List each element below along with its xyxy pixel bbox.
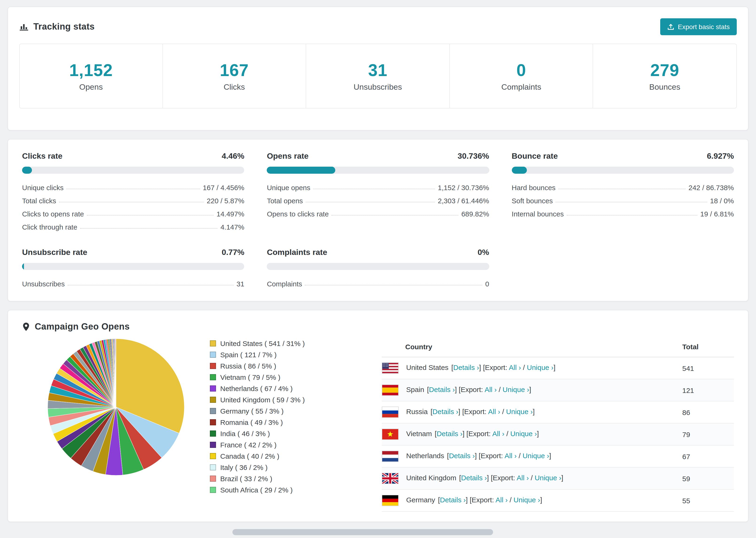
stat-line: Total opens2,303 / 61.446% — [267, 192, 489, 206]
bracket-text: [ — [435, 430, 437, 438]
legend-swatch — [210, 464, 216, 470]
horizontal-scrollbar-thumb[interactable] — [233, 529, 493, 535]
export-all-link[interactable]: All › — [505, 452, 517, 459]
export-unique-link[interactable]: Unique › — [503, 385, 529, 394]
legend-swatch — [210, 487, 216, 493]
geo-table-row: United States[Details ›] [Export: All › … — [382, 357, 734, 379]
opens-label: Opens — [80, 82, 103, 92]
clicks-rate-title: Clicks rate — [22, 152, 63, 161]
legend-item: Italy ( 36 / 2% ) — [210, 463, 365, 471]
bracket-text: / — [529, 474, 535, 482]
legend-label: South Africa ( 29 / 2% ) — [220, 486, 293, 494]
legend-item: Spain ( 121 / 7% ) — [210, 351, 365, 359]
complaints-rate-value: 0% — [477, 248, 489, 257]
bracket-text: [ — [438, 496, 440, 504]
export-unique-link[interactable]: Unique › — [535, 474, 561, 482]
export-all-link[interactable]: All › — [509, 363, 521, 371]
opens-rate-progress — [267, 167, 489, 174]
bracket-text: ] [Export: — [462, 430, 492, 438]
export-all-link[interactable]: All › — [496, 496, 508, 504]
export-all-link[interactable]: All › — [492, 430, 505, 438]
flag-gb-icon — [382, 473, 399, 484]
export-button-label: Export basic stats — [678, 23, 730, 30]
opens-rate-title: Opens rate — [267, 152, 309, 161]
details-link[interactable]: Details › — [449, 452, 475, 459]
stat-line: Soft bounces18 / 0% — [512, 192, 734, 206]
opens-count: 1,152 — [69, 60, 113, 80]
bar-chart-icon — [19, 22, 28, 31]
total-value: 55 — [682, 489, 734, 511]
details-link[interactable]: Details › — [429, 385, 455, 394]
export-unique-link[interactable]: Unique › — [513, 496, 540, 504]
bracket-text: ] [Export: — [455, 385, 485, 394]
stat-line: Unsubscribes31 — [22, 276, 244, 289]
opens-rate-panel: Opens rate 30.736% Unique opens1,152 / 3… — [267, 152, 489, 232]
tracking-stats-title: Tracking stats — [33, 22, 95, 32]
bracket-text: ] [Export: — [466, 496, 496, 504]
bracket-text: ] — [549, 452, 551, 459]
bracket-text: [ — [447, 452, 449, 459]
stat-line: Internal bounces19 / 6.81% — [512, 206, 734, 219]
details-link[interactable]: Details › — [453, 363, 479, 371]
flag-vn-icon — [382, 429, 399, 440]
geo-table-wrap: Country Total United States[Details ›] [… — [382, 337, 734, 512]
bracket-text: / — [521, 363, 527, 371]
export-unique-link[interactable]: Unique › — [527, 363, 553, 371]
geo-table-row: Russia[Details ›] [Export: All › / Uniqu… — [382, 401, 734, 423]
total-value: 79 — [682, 423, 734, 445]
bracket-text: / — [500, 407, 506, 415]
total-value: 541 — [682, 357, 734, 379]
flag-ru-icon — [382, 406, 399, 418]
export-all-link[interactable]: All › — [485, 385, 497, 394]
bracket-text: / — [504, 430, 510, 438]
total-value: 86 — [682, 401, 734, 423]
bracket-text: ] — [537, 430, 539, 438]
export-all-link[interactable]: All › — [517, 474, 529, 482]
legend-swatch — [210, 374, 216, 380]
details-link[interactable]: Details › — [440, 496, 466, 504]
campaign-geo-opens-card: Campaign Geo Opens United States ( 541 /… — [8, 310, 748, 522]
flag-us-icon — [382, 362, 399, 374]
bounces-label: Bounces — [649, 82, 680, 92]
stat-box-opens: 1,152 Opens — [19, 44, 163, 108]
geo-table-row: Germany[Details ›] [Export: All › / Uniq… — [382, 489, 734, 511]
export-unique-link[interactable]: Unique › — [506, 407, 533, 415]
legend-label: Germany ( 55 / 3% ) — [220, 407, 284, 415]
stat-line: Complaints0 — [267, 276, 489, 289]
clicks-rate-panel: Clicks rate 4.46% Unique clicks167 / 4.4… — [22, 152, 244, 232]
export-all-link[interactable]: All › — [488, 407, 500, 415]
country-name: Netherlands — [406, 452, 444, 459]
legend-swatch — [210, 476, 216, 482]
bracket-text: ] [Export: — [487, 474, 517, 482]
export-unique-link[interactable]: Unique › — [523, 452, 549, 459]
complaints-rate-progress — [267, 263, 489, 270]
total-value: 67 — [682, 445, 734, 467]
bounces-count: 279 — [650, 60, 679, 80]
details-link[interactable]: Details › — [461, 474, 487, 482]
total-value: 59 — [682, 467, 734, 489]
export-basic-stats-button[interactable]: Export basic stats — [660, 18, 737, 35]
legend-swatch — [210, 385, 216, 392]
stat-line: Opens to clicks rate689.82% — [267, 206, 489, 219]
geo-table-row: United Kingdom[Details ›] [Export: All ›… — [382, 467, 734, 489]
legend-item: France ( 42 / 2% ) — [210, 441, 365, 449]
geo-legend: United States ( 541 / 31% )Spain ( 121 /… — [210, 337, 365, 512]
legend-item: Netherlands ( 67 / 4% ) — [210, 385, 365, 393]
unsubscribes-label: Unsubscribes — [353, 82, 402, 92]
stat-box-clicks: 167 Clicks — [162, 44, 306, 108]
export-icon — [667, 23, 674, 30]
unsubscribe-rate-value: 0.77% — [222, 248, 244, 257]
tracking-stats-header: Tracking stats Export basic stats — [19, 17, 737, 37]
bracket-text: ] [Export: — [458, 407, 488, 415]
geo-pie — [45, 337, 187, 477]
legend-swatch — [210, 351, 216, 358]
export-unique-link[interactable]: Unique › — [510, 430, 537, 438]
details-link[interactable]: Details › — [432, 407, 458, 415]
legend-label: Vietnam ( 79 / 5% ) — [220, 373, 280, 381]
stat-line: Click through rate4.147% — [22, 219, 244, 232]
legend-item: Canada ( 40 / 2% ) — [210, 452, 365, 460]
bounce-rate-progress — [512, 167, 734, 174]
bracket-text: / — [517, 452, 523, 459]
legend-swatch — [210, 397, 216, 403]
details-link[interactable]: Details › — [437, 430, 462, 438]
